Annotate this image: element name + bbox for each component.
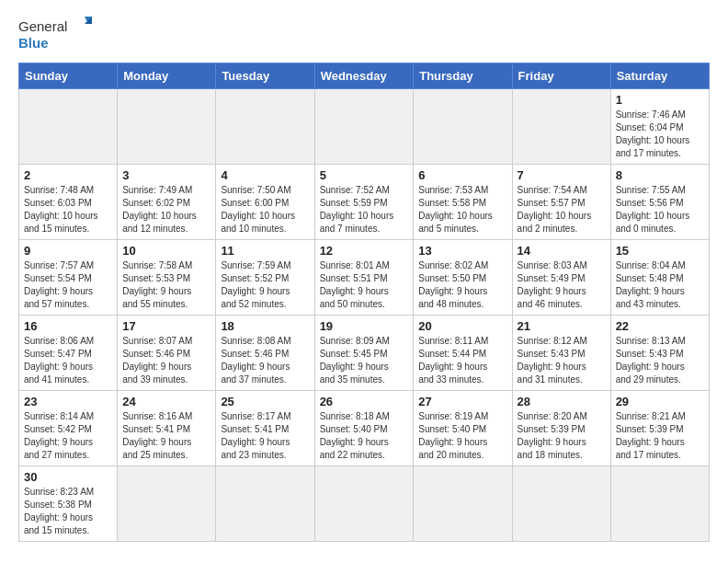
day-number: 20 [418,319,506,333]
calendar-cell [414,466,512,542]
day-number: 11 [221,244,309,258]
calendar-week-row: 1Sunrise: 7:46 AM Sunset: 6:04 PM Daylig… [19,89,710,165]
day-info: Sunrise: 8:21 AM Sunset: 5:39 PM Dayligh… [616,410,704,462]
day-info: Sunrise: 8:08 AM Sunset: 5:46 PM Dayligh… [221,335,309,386]
calendar-cell: 7Sunrise: 7:54 AM Sunset: 5:57 PM Daylig… [512,165,610,240]
day-number: 28 [518,395,606,408]
calendar-cell: 20Sunrise: 8:11 AM Sunset: 5:44 PM Dayli… [414,316,512,391]
svg-text:Blue: Blue [18,35,49,51]
day-info: Sunrise: 7:49 AM Sunset: 6:02 PM Dayligh… [122,184,210,236]
logo: General Blue [18,15,101,53]
day-info: Sunrise: 8:11 AM Sunset: 5:44 PM Dayligh… [418,335,506,386]
calendar-cell: 6Sunrise: 7:53 AM Sunset: 5:58 PM Daylig… [414,165,512,240]
calendar-cell: 29Sunrise: 8:21 AM Sunset: 5:39 PM Dayli… [610,391,709,466]
day-info: Sunrise: 8:18 AM Sunset: 5:40 PM Dayligh… [320,410,409,462]
day-number: 9 [24,244,112,258]
day-number: 22 [616,319,704,333]
calendar-cell [118,89,216,165]
day-number: 30 [24,470,112,484]
day-number: 6 [418,168,506,182]
calendar-cell [118,466,216,542]
day-number: 15 [616,244,704,258]
generalblue-logo-icon: General Blue [18,15,101,53]
day-number: 23 [24,395,112,408]
day-info: Sunrise: 8:02 AM Sunset: 5:50 PM Dayligh… [418,259,506,311]
calendar-cell: 19Sunrise: 8:09 AM Sunset: 5:45 PM Dayli… [314,316,414,391]
calendar-cell: 24Sunrise: 8:16 AM Sunset: 5:41 PM Dayli… [118,391,216,466]
calendar: SundayMondayTuesdayWednesdayThursdayFrid… [18,63,710,542]
header: General Blue [18,15,710,53]
calendar-week-row: 23Sunrise: 8:14 AM Sunset: 5:42 PM Dayli… [19,391,710,466]
day-number: 2 [24,168,112,182]
day-number: 7 [518,168,606,182]
calendar-cell [314,466,414,542]
calendar-cell: 5Sunrise: 7:52 AM Sunset: 5:59 PM Daylig… [314,165,414,240]
calendar-week-row: 9Sunrise: 7:57 AM Sunset: 5:54 PM Daylig… [19,240,710,316]
day-number: 12 [320,244,409,258]
day-info: Sunrise: 7:59 AM Sunset: 5:52 PM Dayligh… [221,259,309,311]
calendar-cell [216,89,314,165]
day-number: 24 [122,395,210,408]
calendar-week-row: 2Sunrise: 7:48 AM Sunset: 6:03 PM Daylig… [19,165,710,240]
day-info: Sunrise: 8:19 AM Sunset: 5:40 PM Dayligh… [418,410,506,462]
col-header-thursday: Thursday [414,63,512,89]
calendar-cell: 10Sunrise: 7:58 AM Sunset: 5:53 PM Dayli… [118,240,216,316]
day-number: 4 [221,168,309,182]
calendar-cell: 2Sunrise: 7:48 AM Sunset: 6:03 PM Daylig… [19,165,118,240]
col-header-wednesday: Wednesday [314,63,414,89]
calendar-cell: 27Sunrise: 8:19 AM Sunset: 5:40 PM Dayli… [414,391,512,466]
calendar-cell [512,89,610,165]
calendar-week-row: 16Sunrise: 8:06 AM Sunset: 5:47 PM Dayli… [19,316,710,391]
calendar-cell: 3Sunrise: 7:49 AM Sunset: 6:02 PM Daylig… [118,165,216,240]
day-info: Sunrise: 8:14 AM Sunset: 5:42 PM Dayligh… [24,410,112,462]
page: General Blue SundayMondayTuesdayWednesda… [0,0,728,560]
calendar-cell: 28Sunrise: 8:20 AM Sunset: 5:39 PM Dayli… [512,391,610,466]
calendar-cell [216,466,314,542]
calendar-cell [512,466,610,542]
col-header-sunday: Sunday [19,63,118,89]
day-number: 18 [221,319,309,333]
calendar-header-row: SundayMondayTuesdayWednesdayThursdayFrid… [19,63,710,89]
day-info: Sunrise: 7:57 AM Sunset: 5:54 PM Dayligh… [24,259,112,311]
day-info: Sunrise: 7:54 AM Sunset: 5:57 PM Dayligh… [518,184,606,236]
calendar-week-row: 30Sunrise: 8:23 AM Sunset: 5:38 PM Dayli… [19,466,710,542]
day-info: Sunrise: 8:07 AM Sunset: 5:46 PM Dayligh… [122,335,210,386]
calendar-cell [19,89,118,165]
day-info: Sunrise: 8:13 AM Sunset: 5:43 PM Dayligh… [616,335,704,386]
day-info: Sunrise: 7:55 AM Sunset: 5:56 PM Dayligh… [616,184,704,236]
day-info: Sunrise: 8:09 AM Sunset: 5:45 PM Dayligh… [320,335,409,386]
day-number: 10 [122,244,210,258]
calendar-cell [610,466,709,542]
day-info: Sunrise: 7:53 AM Sunset: 5:58 PM Dayligh… [418,184,506,236]
calendar-cell: 17Sunrise: 8:07 AM Sunset: 5:46 PM Dayli… [118,316,216,391]
calendar-cell: 8Sunrise: 7:55 AM Sunset: 5:56 PM Daylig… [610,165,709,240]
day-number: 25 [221,395,309,408]
day-info: Sunrise: 8:20 AM Sunset: 5:39 PM Dayligh… [518,410,606,462]
day-info: Sunrise: 8:12 AM Sunset: 5:43 PM Dayligh… [518,335,606,386]
day-number: 26 [320,395,409,408]
calendar-cell: 11Sunrise: 7:59 AM Sunset: 5:52 PM Dayli… [216,240,314,316]
col-header-tuesday: Tuesday [216,63,314,89]
calendar-cell: 9Sunrise: 7:57 AM Sunset: 5:54 PM Daylig… [19,240,118,316]
day-info: Sunrise: 8:03 AM Sunset: 5:49 PM Dayligh… [518,259,606,311]
calendar-cell: 21Sunrise: 8:12 AM Sunset: 5:43 PM Dayli… [512,316,610,391]
col-header-friday: Friday [512,63,610,89]
day-number: 13 [418,244,506,258]
col-header-monday: Monday [118,63,216,89]
day-info: Sunrise: 8:16 AM Sunset: 5:41 PM Dayligh… [122,410,210,462]
calendar-cell: 22Sunrise: 8:13 AM Sunset: 5:43 PM Dayli… [610,316,709,391]
day-number: 8 [616,168,704,182]
col-header-saturday: Saturday [610,63,709,89]
day-info: Sunrise: 7:46 AM Sunset: 6:04 PM Dayligh… [616,109,704,160]
calendar-cell [314,89,414,165]
day-info: Sunrise: 7:52 AM Sunset: 5:59 PM Dayligh… [320,184,409,236]
calendar-cell: 16Sunrise: 8:06 AM Sunset: 5:47 PM Dayli… [19,316,118,391]
day-number: 5 [320,168,409,182]
calendar-cell: 13Sunrise: 8:02 AM Sunset: 5:50 PM Dayli… [414,240,512,316]
calendar-cell: 12Sunrise: 8:01 AM Sunset: 5:51 PM Dayli… [314,240,414,316]
calendar-cell: 4Sunrise: 7:50 AM Sunset: 6:00 PM Daylig… [216,165,314,240]
day-number: 16 [24,319,112,333]
calendar-cell: 26Sunrise: 8:18 AM Sunset: 5:40 PM Dayli… [314,391,414,466]
calendar-cell: 18Sunrise: 8:08 AM Sunset: 5:46 PM Dayli… [216,316,314,391]
day-info: Sunrise: 7:50 AM Sunset: 6:00 PM Dayligh… [221,184,309,236]
